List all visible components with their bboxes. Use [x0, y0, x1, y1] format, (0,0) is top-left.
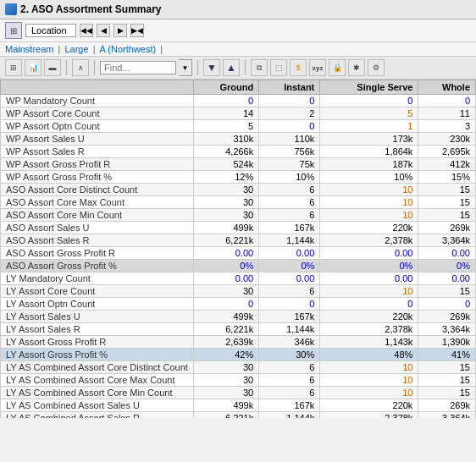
row-cell-instant: 2: [259, 107, 320, 120]
table-row: LY Assort Core Count3061015: [1, 285, 476, 298]
row-label: WP Mandatory Count: [1, 95, 194, 107]
row-label: WP Assort Sales R: [1, 146, 194, 158]
grid-icon-small[interactable]: ⊞: [5, 22, 22, 39]
row-cell-ground: 524k: [193, 158, 258, 171]
nav-last-btn[interactable]: ▶◀: [130, 24, 144, 37]
table-row: LY Assort Sales R6,221k1,144k2,378k3,364…: [1, 323, 476, 336]
row-cell-whole: 3,364k: [418, 323, 476, 336]
row-label: ASO Assort Sales U: [1, 222, 194, 234]
nav-first-btn[interactable]: ◀◀: [80, 24, 93, 37]
row-cell-single_serve: 0.00: [320, 247, 418, 260]
row-cell-ground: 30: [193, 361, 258, 374]
col-header-label: [1, 80, 194, 95]
find-input[interactable]: [100, 61, 176, 74]
row-cell-single_serve: 10: [320, 285, 418, 298]
row-label: WP Assort Core Count: [1, 107, 194, 120]
table-row: WP Assort Optn Count5013: [1, 120, 476, 133]
row-cell-ground: 30: [193, 387, 258, 399]
title-icon: [5, 3, 17, 15]
nav-prev-btn[interactable]: ◀: [97, 24, 110, 37]
tool-btn-5[interactable]: 🔒: [329, 59, 346, 76]
bar-view-btn[interactable]: ▬: [44, 59, 61, 76]
row-cell-instant: 110k: [259, 133, 320, 146]
row-label: ASO Assort Core Max Count: [1, 196, 194, 209]
tool-btn-3[interactable]: $: [290, 59, 307, 76]
row-cell-whole: 15%: [418, 171, 476, 184]
row-cell-instant: 346k: [259, 336, 320, 349]
row-label: LY Assort Gross Profit R: [1, 336, 194, 349]
breadcrumb-item-2[interactable]: A (Northwest): [100, 44, 157, 54]
col-header-single-serve: Single Serve: [320, 80, 418, 95]
row-cell-single_serve: 1,864k: [320, 146, 418, 158]
chart-view-btn[interactable]: 📊: [25, 59, 42, 76]
table-row: WP Assort Core Count142511: [1, 107, 476, 120]
row-cell-whole: 230k: [418, 133, 476, 146]
breadcrumb-item-0[interactable]: Mainstream: [5, 44, 53, 54]
row-cell-single_serve: 220k: [320, 399, 418, 412]
row-cell-whole: 15: [418, 374, 476, 387]
table-row: LY Assort Gross Profit R2,639k346k1,143k…: [1, 336, 476, 349]
row-cell-whole: 15: [418, 184, 476, 196]
table-row: ASO Assort Sales R6,221k1,144k2,378k3,36…: [1, 234, 476, 247]
row-cell-ground: 6,221k: [193, 323, 258, 336]
row-label: LY Assort Optn Count: [1, 298, 194, 311]
toolbar-sep-3: [197, 60, 198, 75]
line-view-btn[interactable]: ∧: [72, 59, 89, 76]
row-cell-single_serve: 1,143k: [320, 336, 418, 349]
row-cell-single_serve: 48%: [320, 349, 418, 361]
row-label: ASO Assort Core Distinct Count: [1, 184, 194, 196]
row-cell-single_serve: 5: [320, 107, 418, 120]
row-label: LY AS Combined Assort Core Distinct Coun…: [1, 361, 194, 374]
row-cell-whole: 15: [418, 361, 476, 374]
row-label: ASO Assort Sales R: [1, 234, 194, 247]
tool-btn-4[interactable]: xyz: [309, 59, 326, 76]
breadcrumb-item-1[interactable]: Large: [64, 44, 88, 54]
row-cell-instant: 0: [259, 120, 320, 133]
row-cell-whole: 412k: [418, 158, 476, 171]
row-cell-whole: 15: [418, 285, 476, 298]
tool-btn-6[interactable]: ✱: [348, 59, 365, 76]
toolbar-sep-4: [245, 60, 246, 75]
breadcrumb-sep-0: |: [58, 44, 64, 54]
toolbar-sep-2: [94, 60, 95, 75]
breadcrumb-sep-2: |: [160, 44, 163, 54]
table-row: WP Mandatory Count0000: [1, 95, 476, 107]
row-cell-ground: 499k: [193, 222, 258, 234]
scroll-down-btn[interactable]: ▼: [203, 59, 220, 76]
row-cell-whole: 1,390k: [418, 336, 476, 349]
row-cell-single_serve: 10: [320, 387, 418, 399]
title-text: 2. ASO Assortment Summary: [20, 3, 162, 15]
table-row: WP Assort Gross Profit R524k75k187k412k: [1, 158, 476, 171]
row-cell-single_serve: 0.00: [320, 272, 418, 285]
row-cell-ground: 499k: [193, 311, 258, 323]
row-cell-ground: 0: [193, 298, 258, 311]
table-row: LY AS Combined Assort Sales U499k167k220…: [1, 399, 476, 412]
tool-btn-2[interactable]: ⬚: [270, 59, 287, 76]
row-cell-single_serve: 2,378k: [320, 234, 418, 247]
row-cell-ground: 4,266k: [193, 146, 258, 158]
row-label: ASO Assort Core Min Count: [1, 209, 194, 222]
row-label: ASO Assort Gross Profit %: [1, 260, 194, 272]
nav-next-btn[interactable]: ▶: [113, 24, 127, 37]
row-cell-whole: 269k: [418, 311, 476, 323]
row-cell-single_serve: 10: [320, 209, 418, 222]
row-cell-instant: 0.00: [259, 272, 320, 285]
row-cell-whole: 2,695k: [418, 146, 476, 158]
row-cell-single_serve: 10: [320, 184, 418, 196]
find-dropdown-btn[interactable]: ▼: [179, 59, 192, 76]
row-cell-single_serve: 187k: [320, 158, 418, 171]
scroll-up-btn[interactable]: ▲: [223, 59, 240, 76]
grid-view-btn[interactable]: ⊞: [5, 59, 22, 76]
row-cell-single_serve: 220k: [320, 311, 418, 323]
row-cell-ground: 30: [193, 209, 258, 222]
tool-btn-1[interactable]: ⧉: [251, 59, 268, 76]
row-label: LY AS Combined Assort Core Min Count: [1, 387, 194, 399]
tool-btn-7[interactable]: ⚙: [368, 59, 385, 76]
col-header-ground: Ground: [193, 80, 258, 95]
row-cell-ground: 12%: [193, 171, 258, 184]
row-cell-whole: 15: [418, 196, 476, 209]
row-label: WP Assort Optn Count: [1, 120, 194, 133]
table-row: LY AS Combined Assort Core Distinct Coun…: [1, 361, 476, 374]
row-cell-single_serve: 10: [320, 361, 418, 374]
table-row: ASO Assort Gross Profit R0.000.000.000.0…: [1, 247, 476, 260]
